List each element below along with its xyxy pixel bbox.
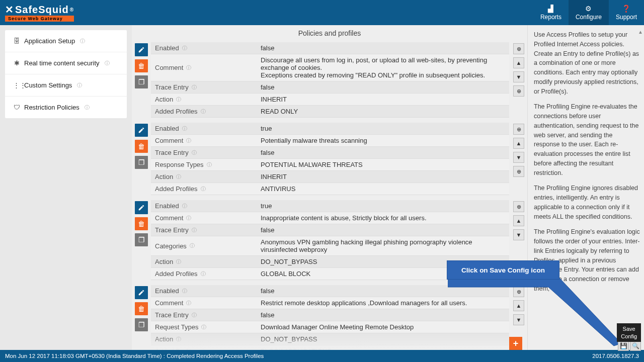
nav-configure[interactable]: ⚙ Configure (569, 0, 609, 25)
edit-entry-button[interactable] (135, 286, 148, 299)
nav-reports[interactable]: ▟ Reports (533, 0, 569, 25)
entry-row-added-profiles: Added Profiles ⓘANTIVIRUS (151, 183, 509, 195)
edit-entry-button[interactable] (135, 201, 148, 214)
row-label: Action ⓘ (151, 171, 257, 183)
row-value: false (257, 81, 509, 93)
save-config-button[interactable]: 💾 (618, 341, 629, 351)
info-icon: ⓘ (207, 161, 212, 168)
move-up-button[interactable]: ▲ (513, 57, 524, 68)
delete-entry-button[interactable]: 🗑 (135, 302, 148, 315)
shield-icon: 🛡 (13, 104, 20, 111)
top-nav: ▟ Reports ⚙ Configure ❓ Support (533, 0, 644, 25)
row-label: Added Profiles ⓘ (151, 345, 257, 350)
sidebar: 🗄 Application Setup ⓘ ✱ Real time conten… (0, 25, 132, 350)
clone-entry-button[interactable]: ❐ (135, 318, 148, 331)
nav-support[interactable]: ❓ Support (609, 0, 644, 25)
entry-row-trace: Trace Entry ⓘfalse (151, 147, 509, 159)
row-label: Enabled ⓘ (151, 123, 257, 134)
wrench-icon: ✕ (5, 4, 14, 16)
entry-row-trace: Trace Entry ⓘfalse (151, 81, 509, 94)
edit-entry-button[interactable] (135, 43, 148, 56)
entry-row-comment: Comment ⓘInappropriate content is abuse,… (151, 212, 509, 224)
row-value: Discourage all users from log in, post, … (257, 54, 509, 81)
delete-entry-button[interactable]: 🗑 (135, 59, 148, 72)
entry-row-enabled: Enabled ⓘtrue (151, 200, 509, 212)
move-down-button[interactable]: ▼ (513, 229, 524, 240)
move-bottom-button[interactable]: ⊕ (513, 85, 524, 97)
row-label: Action ⓘ (151, 256, 257, 267)
info-icon: ⓘ (201, 108, 206, 115)
annotation-callout: Click on Save Config icon (447, 260, 559, 280)
move-top-button[interactable]: ⊕ (513, 201, 524, 212)
info-icon: ⓘ (182, 288, 187, 295)
info-icon: ⓘ (182, 45, 187, 52)
info-icon: ⓘ (201, 348, 206, 350)
sidebar-item-restriction-policies[interactable]: 🛡 Restriction Policies ⓘ (5, 97, 127, 118)
clone-entry-button[interactable]: ❐ (135, 156, 148, 169)
entry-row-action: Action ⓘINHERIT (151, 94, 509, 106)
delete-entry-button[interactable]: 🗑 (135, 217, 148, 230)
move-top-button[interactable]: ⊕ (513, 43, 524, 54)
edit-entry-button[interactable] (135, 124, 148, 137)
row-value: false (257, 224, 509, 236)
clone-entry-button[interactable]: ❐ (135, 233, 148, 246)
info-icon: ⓘ (176, 336, 181, 343)
move-top-button[interactable]: ⊕ (513, 124, 524, 135)
row-value: false (257, 147, 509, 158)
entry-row-comment: Comment ⓘDiscourage all users from log i… (151, 54, 509, 81)
policy-entry: 🗑❐Enabled ⓘfalseComment ⓘDiscourage all … (135, 42, 524, 118)
row-label: Comment ⓘ (151, 212, 257, 224)
move-down-button[interactable]: ▼ (513, 71, 524, 82)
entry-row-enabled: Enabled ⓘtrue (151, 123, 509, 135)
row-label: Added Profiles ⓘ (151, 183, 257, 195)
row-label: Comment ⓘ (151, 297, 257, 309)
info-icon: ⓘ (192, 149, 197, 156)
row-label: Trace Entry ⓘ (151, 147, 257, 158)
delete-entry-button[interactable]: 🗑 (135, 140, 148, 153)
move-bottom-button[interactable]: ⊕ (513, 166, 524, 177)
chart-icon: ▟ (548, 5, 553, 13)
row-label: Added Profiles ⓘ (151, 106, 257, 117)
briefcase-icon: 🗄 (13, 37, 20, 45)
info-icon: ⓘ (182, 125, 187, 132)
policy-entry: 🗑❐Enabled ⓘtrueComment ⓘPotentially malw… (135, 123, 524, 195)
info-icon: ⓘ (80, 38, 85, 45)
entry-row-trace: Trace Entry ⓘfalse (151, 224, 509, 236)
save-config-tooltip: Save Config (617, 323, 641, 342)
move-up-button[interactable]: ▲ (513, 215, 524, 226)
scroll-up-icon[interactable]: ▲ (638, 28, 643, 36)
row-label: Enabled ⓘ (151, 200, 257, 212)
info-icon: ⓘ (186, 64, 191, 71)
info-icon: ⓘ (201, 324, 206, 331)
row-label: Comment ⓘ (151, 135, 257, 146)
move-up-button[interactable]: ▲ (513, 138, 524, 149)
row-value: false (257, 42, 509, 54)
sidebar-item-application-setup[interactable]: 🗄 Application Setup ⓘ (5, 30, 127, 52)
status-text: Mon Jun 12 2017 11:18:03 GMT+0530 (India… (5, 353, 264, 359)
info-icon: ⓘ (190, 242, 195, 249)
svg-marker-0 (448, 278, 621, 346)
search-button[interactable]: 🔍 (630, 341, 641, 351)
help-text: The Profiling Engine ignores disabled en… (534, 184, 640, 221)
row-label: Request Types ⓘ (151, 321, 257, 333)
sidebar-item-custom-settings[interactable]: ⋮⋮ Custom Settings ⓘ (5, 74, 127, 97)
row-label: Trace Entry ⓘ (151, 81, 257, 93)
row-label: Enabled ⓘ (151, 42, 257, 54)
help-text: Use Access Profiles to setup your Profil… (534, 30, 640, 96)
row-value: INHERIT (257, 171, 509, 183)
status-bar: Mon Jun 12 2017 11:18:03 GMT+0530 (India… (0, 350, 644, 362)
info-icon: ⓘ (201, 186, 206, 193)
bug-icon: ✱ (13, 59, 20, 67)
sidebar-item-realtime-content[interactable]: ✱ Real time content security ⓘ (5, 52, 127, 74)
row-value: Anonymous VPN gambling hacking illegal p… (257, 236, 509, 255)
row-value: ANTIVIRUS (257, 183, 509, 195)
row-label: Action ⓘ (151, 94, 257, 105)
info-icon: ⓘ (176, 173, 181, 180)
row-value: POTENTIAL MALWARE THREATS (257, 159, 509, 170)
entry-row-comment: Comment ⓘPotentially malware threats sca… (151, 135, 509, 147)
clone-entry-button[interactable]: ❐ (135, 75, 148, 88)
row-label: Categories ⓘ (151, 236, 257, 255)
entry-row-response-types: Response Types ⓘPOTENTIAL MALWARE THREAT… (151, 159, 509, 171)
move-down-button[interactable]: ▼ (513, 152, 524, 163)
info-icon: ⓘ (192, 84, 197, 91)
